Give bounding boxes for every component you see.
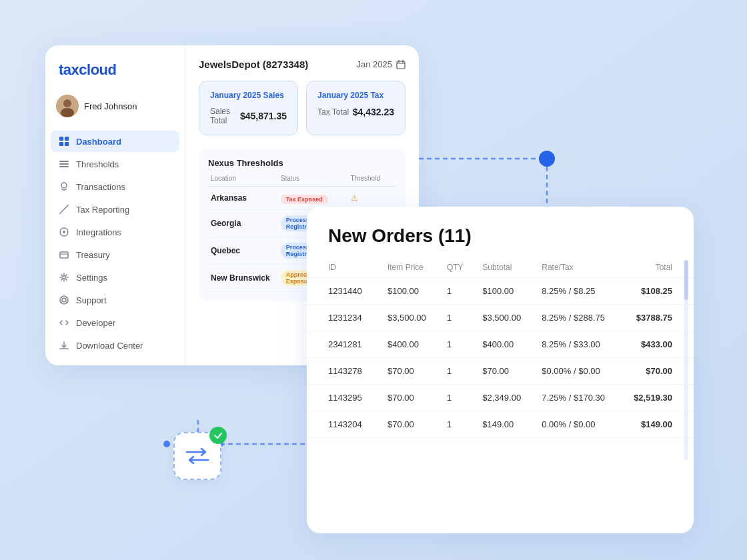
warning-icon: ⚠ xyxy=(351,193,394,203)
col-id: ID xyxy=(328,263,388,272)
sidebar-item-support[interactable]: Support xyxy=(51,289,179,311)
nexus-title: Nexus Thresholds xyxy=(208,158,396,168)
order-item-price: $100.00 xyxy=(388,286,447,296)
navigation: Dashboard Thresholds xyxy=(45,131,185,365)
order-id: 1143204 xyxy=(328,419,388,429)
calendar-icon xyxy=(396,60,406,69)
col-total: Total xyxy=(613,263,672,272)
order-row: 2341281 $400.00 1 $400.00 8.25% / $33.00… xyxy=(307,331,694,358)
order-qty: 1 xyxy=(447,313,482,323)
order-id: 1231440 xyxy=(328,286,388,296)
tax-card-title: January 2025 Tax xyxy=(317,91,394,100)
svg-point-19 xyxy=(63,231,65,233)
order-total: $3788.75 xyxy=(613,313,672,323)
order-item-price: $70.00 xyxy=(388,419,447,429)
transfer-arrows-icon xyxy=(185,447,209,465)
svg-rect-10 xyxy=(65,137,69,141)
order-total: $2,519.30 xyxy=(613,393,672,403)
scrollbar-thumb[interactable] xyxy=(684,260,688,300)
download-center-label: Download Center xyxy=(76,341,143,351)
orders-table: ID Item Price QTY Subtotal Rate/Tax Tota… xyxy=(307,257,694,438)
order-rate-tax: 0.00% / $0.00 xyxy=(542,419,613,429)
thresholds-icon xyxy=(59,159,69,169)
svg-point-8 xyxy=(61,108,74,117)
sidebar-item-integrations[interactable]: Integrations xyxy=(51,221,179,243)
svg-rect-20 xyxy=(60,252,68,258)
order-qty: 1 xyxy=(447,393,482,403)
orders-header: New Orders (11) xyxy=(307,207,694,257)
order-qty: 1 xyxy=(447,366,482,376)
sidebar-item-tax-reporting[interactable]: Tax Reporting xyxy=(51,199,179,220)
sidebar-item-download-center[interactable]: Download Center xyxy=(51,335,179,356)
download-icon xyxy=(59,340,69,351)
sidebar: taxcloud Fred Johnson xyxy=(45,45,185,365)
sales-card-title: January 2025 Sales xyxy=(210,91,287,100)
sidebar-item-settings[interactable]: Settings xyxy=(51,267,179,288)
status-badge: Tax Exposed xyxy=(281,192,345,204)
transactions-label: Transactions xyxy=(76,182,125,192)
order-rate-tax: 7.25% / $170.30 xyxy=(542,393,613,403)
order-rate-tax: 8.25% / $288.75 xyxy=(542,313,613,323)
order-item-price: $3,500.00 xyxy=(388,313,447,323)
order-subtotal: $2,349.00 xyxy=(482,393,542,403)
sidebar-item-transactions[interactable]: Transactions xyxy=(51,176,179,197)
svg-point-22 xyxy=(63,276,66,279)
col-rate-tax: Rate/Tax xyxy=(542,263,613,272)
app-logo: taxcloud xyxy=(45,61,185,95)
order-id: 2341281 xyxy=(328,339,388,349)
col-item-price: Item Price xyxy=(388,263,447,272)
nexus-table-header: Location Status Threshold xyxy=(208,175,396,187)
order-row: 1143204 $70.00 1 $149.00 0.00% / $0.00 $… xyxy=(307,411,694,438)
order-item-price: $70.00 xyxy=(388,366,447,376)
col-qty: QTY xyxy=(447,263,482,272)
sales-card-row: Sales Total $45,871.35 xyxy=(210,107,287,125)
sidebar-item-developer[interactable]: Developer xyxy=(51,312,179,333)
developer-label: Developer xyxy=(76,318,115,328)
order-total: $70.00 xyxy=(613,366,672,376)
svg-rect-11 xyxy=(59,142,63,146)
order-rate-tax: 8.25% / $33.00 xyxy=(542,339,613,349)
order-row: 1143278 $70.00 1 $70.00 $0.00% / $0.00 $… xyxy=(307,358,694,385)
sidebar-item-logout[interactable]: Logout xyxy=(51,360,179,365)
sales-card: January 2025 Sales Sales Total $45,871.3… xyxy=(199,81,298,135)
tax-card: January 2025 Tax Tax Total $4,432.23 xyxy=(306,81,406,135)
transfer-icon-container xyxy=(173,432,221,480)
location-name: Georgia xyxy=(211,219,275,228)
sidebar-item-treasury[interactable]: Treasury xyxy=(51,244,179,265)
svg-rect-15 xyxy=(59,166,69,167)
location-name: Quebec xyxy=(211,246,275,255)
order-id: 1231234 xyxy=(328,313,388,323)
sidebar-item-thresholds[interactable]: Thresholds xyxy=(51,153,179,175)
order-subtotal: $100.00 xyxy=(482,286,542,296)
scrollbar[interactable] xyxy=(684,260,688,460)
svg-point-16 xyxy=(61,183,67,188)
settings-icon xyxy=(59,272,69,283)
thresholds-label: Thresholds xyxy=(76,159,119,169)
col-subtotal: Subtotal xyxy=(482,263,542,272)
tax-card-row: Tax Total $4,432.23 xyxy=(317,107,394,117)
orders-title: New Orders (11) xyxy=(328,225,472,246)
svg-rect-30 xyxy=(397,61,405,69)
order-item-price: $70.00 xyxy=(388,393,447,403)
order-item-price: $400.00 xyxy=(388,339,447,349)
order-row: 1231440 $100.00 1 $100.00 8.25% / $8.25 … xyxy=(307,278,694,305)
user-name: Fred Johnson xyxy=(84,101,137,111)
orders-card: New Orders (11) ID Item Price QTY Subtot… xyxy=(307,207,694,533)
dashboard-icon xyxy=(59,136,69,147)
order-qty: 1 xyxy=(447,419,482,429)
order-id: 1143295 xyxy=(328,393,388,403)
store-header: JewelsDepot (8273348) Jan 2025 xyxy=(199,59,406,70)
date-badge: Jan 2025 xyxy=(357,59,406,69)
support-icon xyxy=(59,295,69,305)
svg-line-17 xyxy=(59,205,69,214)
treasury-label: Treasury xyxy=(76,250,110,260)
order-id: 1143278 xyxy=(328,366,388,376)
sales-value: $45,871.35 xyxy=(240,111,287,121)
sidebar-item-dashboard[interactable]: Dashboard xyxy=(51,131,179,152)
order-subtotal: $70.00 xyxy=(482,366,542,376)
order-qty: 1 xyxy=(447,339,482,349)
tax-reporting-icon xyxy=(59,204,69,215)
tax-reporting-label: Tax Reporting xyxy=(76,205,129,215)
avatar xyxy=(56,95,79,117)
integrations-icon xyxy=(59,227,69,237)
